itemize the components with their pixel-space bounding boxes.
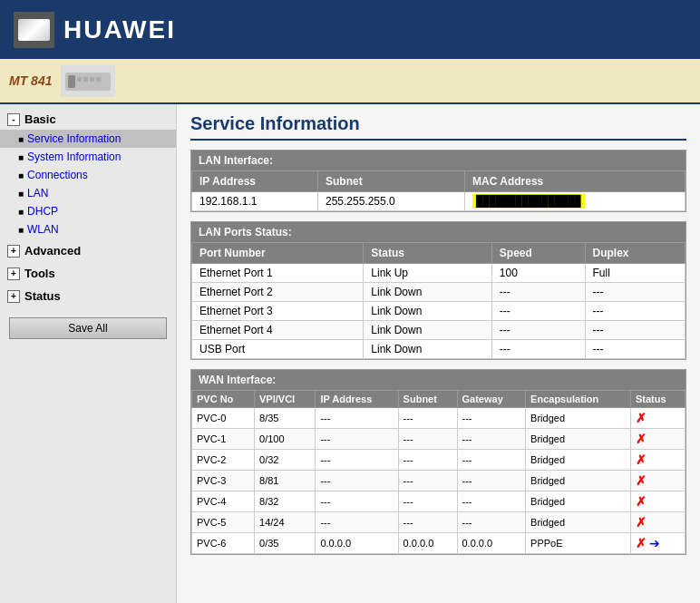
link-icon[interactable]: ➔ (649, 536, 660, 550)
wan-status: ✗ (630, 408, 685, 429)
col-encap: Encapsulation (526, 391, 631, 408)
wan-status: ✗ (630, 450, 685, 471)
table-row: PVC-4 8/32 --- --- --- Bridged ✗ (192, 491, 685, 512)
table-row: Ethernet Port 3 Link Down --- --- (192, 302, 685, 321)
sidebar-item-wlan[interactable]: ■ WLAN (0, 220, 176, 238)
wan-ip: --- (316, 512, 398, 533)
sidebar-advanced-label: Advanced (24, 244, 81, 258)
col-vpi: VPI/VCI (255, 391, 316, 408)
port-speed: --- (491, 321, 585, 340)
wan-subnet: 0.0.0.0 (398, 533, 457, 554)
wan-pvc: PVC-1 (192, 429, 255, 450)
sidebar-status-label: Status (24, 289, 61, 303)
port-duplex: --- (585, 340, 685, 359)
bullet-icon: ■ (18, 189, 24, 199)
sidebar-section-advanced: + Advanced (0, 240, 176, 261)
wan-subnet: --- (398, 491, 457, 512)
table-row: USB Port Link Down --- --- (192, 340, 685, 359)
wan-status: ✗ (630, 491, 685, 512)
connections-link[interactable]: Connections (27, 169, 88, 181)
wan-encap: Bridged (526, 408, 631, 429)
wan-pvc: PVC-3 (192, 471, 255, 491)
page-title: Service Information (190, 113, 686, 141)
lan-interface-header: LAN Interface: (191, 151, 685, 170)
svg-rect-0 (14, 12, 54, 48)
svg-rect-10 (96, 77, 101, 82)
sidebar-item-connections[interactable]: ■ Connections (0, 166, 176, 184)
port-status: Link Down (364, 302, 491, 321)
svg-point-1 (20, 21, 47, 39)
lan-link[interactable]: LAN (27, 187, 48, 199)
sidebar-section-basic: - Basic ■ Service Information ■ System I… (0, 109, 176, 238)
wan-pvc: PVC-6 (192, 533, 255, 554)
table-row: PVC-6 0/35 0.0.0.0 0.0.0.0 0.0.0.0 PPPoE… (192, 533, 685, 554)
wan-gateway: --- (457, 512, 526, 533)
wlan-link[interactable]: WLAN (27, 223, 59, 236)
col-port-status: Status (364, 243, 491, 264)
wan-vpi: 0/32 (255, 450, 316, 471)
wan-pvc: PVC-2 (192, 450, 255, 471)
port-name: Ethernet Port 4 (192, 321, 364, 340)
col-pvc: PVC No (192, 391, 255, 408)
wan-encap: Bridged (526, 429, 631, 450)
sidebar-tools-header[interactable]: + Tools (0, 263, 176, 284)
plus-icon: + (7, 290, 20, 303)
sidebar-advanced-header[interactable]: + Advanced (0, 240, 176, 261)
dhcp-link[interactable]: DHCP (27, 205, 58, 218)
sidebar-item-dhcp[interactable]: ■ DHCP (0, 202, 176, 220)
wan-interface-table: PVC No VPI/VCI IP Address Subnet Gateway… (191, 390, 685, 554)
port-duplex: --- (585, 283, 685, 302)
col-ip: IP Address (316, 391, 398, 408)
wan-encap: Bridged (526, 512, 631, 533)
wan-encap: Bridged (526, 471, 631, 491)
col-mac: MAC Address (465, 171, 685, 192)
wan-subnet: --- (398, 408, 457, 429)
wan-ip: --- (316, 471, 398, 491)
sub-header: MT 841 (0, 59, 700, 104)
svg-rect-9 (90, 77, 94, 82)
sidebar-section-status: + Status (0, 286, 176, 306)
port-duplex: Full (585, 264, 685, 283)
col-speed: Speed (491, 243, 585, 264)
sidebar-basic-header[interactable]: - Basic (0, 109, 176, 130)
svg-rect-7 (77, 77, 82, 82)
wan-interface-section: WAN Interface: PVC No VPI/VCI IP Address… (190, 369, 686, 555)
lan-ip-value: 192.168.1.1 (192, 192, 318, 211)
x-icon: ✗ (636, 432, 647, 446)
x-icon: ✗ (636, 494, 647, 509)
port-speed: --- (491, 340, 585, 359)
table-row: PVC-3 8/81 --- --- --- Bridged ✗ (192, 471, 685, 491)
sidebar-item-service-information[interactable]: ■ Service Information (0, 130, 176, 148)
save-all-button[interactable]: Save All (9, 317, 167, 339)
col-gateway: Gateway (457, 391, 526, 408)
port-duplex: --- (585, 302, 685, 321)
sidebar-item-lan[interactable]: ■ LAN (0, 184, 176, 202)
port-name: USB Port (192, 340, 364, 359)
sidebar-status-header[interactable]: + Status (0, 286, 176, 306)
table-row: PVC-2 0/32 --- --- --- Bridged ✗ (192, 450, 685, 471)
wan-subnet: --- (398, 429, 457, 450)
port-status: Link Up (364, 264, 491, 283)
port-name: Ethernet Port 1 (192, 264, 364, 283)
sidebar: - Basic ■ Service Information ■ System I… (0, 104, 177, 603)
col-duplex: Duplex (585, 243, 685, 264)
port-speed: --- (491, 283, 585, 302)
lan-ports-section: LAN Ports Status: Port Number Status Spe… (190, 221, 686, 360)
wan-vpi: 8/32 (255, 491, 316, 512)
wan-pvc: PVC-0 (192, 408, 255, 429)
sidebar-tools-label: Tools (24, 267, 55, 280)
wan-gateway: --- (457, 471, 526, 491)
system-information-link[interactable]: System Information (27, 151, 121, 163)
port-speed: --- (491, 302, 585, 321)
bullet-icon: ■ (18, 170, 24, 180)
sidebar-item-system-information[interactable]: ■ System Information (0, 148, 176, 166)
lan-ports-header: LAN Ports Status: (191, 222, 685, 242)
wan-gateway: --- (457, 408, 526, 429)
x-icon: ✗ (636, 452, 647, 467)
service-information-link[interactable]: Service Information (27, 132, 121, 145)
bullet-icon: ■ (18, 207, 24, 217)
lan-interface-table: IP Address Subnet MAC Address 192.168.1.… (191, 170, 685, 211)
huawei-logo-icon (14, 12, 54, 48)
wan-encap: Bridged (526, 450, 631, 471)
content-area: Service Information LAN Interface: IP Ad… (177, 104, 700, 603)
